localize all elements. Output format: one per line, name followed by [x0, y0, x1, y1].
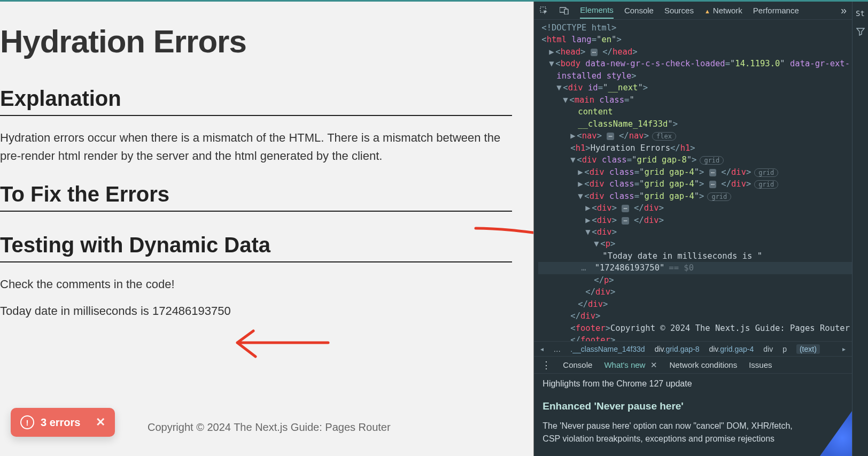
- filter-icon[interactable]: [856, 27, 865, 36]
- svg-rect-2: [564, 9, 568, 14]
- dom-node[interactable]: </div>: [538, 298, 852, 310]
- dom-node[interactable]: </div>: [538, 310, 852, 322]
- dom-node[interactable]: ▶<div class="grid gap-4"> ⋯ </div>grid: [538, 166, 852, 178]
- inspect-icon[interactable]: [539, 6, 549, 16]
- drawer-paragraph: The 'Never pause here' option can now "c…: [542, 420, 804, 445]
- dom-node[interactable]: </footer>: [538, 334, 852, 341]
- drawer-tab-close-icon[interactable]: ✕: [650, 360, 657, 370]
- dom-node[interactable]: ▶<div class="grid gap-4"> ⋯ </div>grid: [538, 178, 852, 190]
- dom-node[interactable]: ▶<div> ⋯ </div>: [538, 202, 852, 214]
- dom-node[interactable]: <html lang="en">: [538, 34, 852, 45]
- tab-elements[interactable]: Elements: [580, 2, 614, 19]
- today-value: 172486193750: [152, 304, 231, 318]
- drawer-tabs: ⋮ Console What's new ✕ Network condition…: [534, 356, 852, 373]
- error-count: 3 errors: [41, 416, 81, 429]
- crumb[interactable]: …: [553, 345, 561, 353]
- dom-node[interactable]: ▼<body data-new-gr-c-s-check-loaded="14.…: [538, 58, 852, 69]
- crumb[interactable]: div: [763, 345, 773, 353]
- error-icon: !: [20, 415, 34, 429]
- heading-fix: To Fix the Errors: [0, 169, 512, 212]
- drawer-tab-network[interactable]: Network conditions: [669, 360, 737, 369]
- styles-label[interactable]: St: [856, 5, 865, 22]
- more-tabs-icon[interactable]: »: [841, 4, 847, 17]
- crumb[interactable]: div.grid.gap-4: [709, 345, 754, 353]
- dom-node: content: [538, 106, 852, 118]
- device-icon[interactable]: [560, 6, 569, 16]
- tab-performance[interactable]: Performance: [753, 3, 799, 18]
- drawer-tab-whatsnew[interactable]: What's new: [604, 360, 645, 369]
- drawer-tab-console[interactable]: Console: [563, 360, 592, 369]
- dom-node[interactable]: </div>: [538, 286, 852, 298]
- dom-node[interactable]: ▼<main class=": [538, 94, 852, 106]
- dom-node[interactable]: <!DOCTYPE html>: [538, 22, 852, 34]
- paragraph-explanation: Hydration errors occur when there is a m…: [0, 125, 527, 169]
- dom-node: installed style>: [538, 70, 852, 82]
- devtools-logo: [820, 411, 852, 456]
- paragraph-check: Check the comments in the code!: [0, 271, 527, 298]
- drawer-tab-issues[interactable]: Issues: [749, 360, 772, 369]
- dom-node[interactable]: <h1>Hydration Errors</h1>: [538, 142, 852, 154]
- dom-text-node[interactable]: "Today date in milliseconds is ": [538, 250, 852, 262]
- drawer-body: Highlights from the Chrome 127 update En…: [534, 373, 852, 456]
- heading-explanation: Explanation: [0, 74, 512, 116]
- crumb-forward-icon[interactable]: ▸: [842, 345, 846, 353]
- crumb[interactable]: .__className_14f33d: [570, 345, 645, 353]
- crumb[interactable]: p: [782, 345, 787, 353]
- dom-tree[interactable]: <!DOCTYPE html> <html lang="en"> ▶<head>…: [534, 20, 852, 341]
- dom-node[interactable]: ▼<p>: [538, 238, 852, 250]
- dom-node[interactable]: ▶<head> ⋯ </head>: [538, 46, 852, 58]
- dom-node[interactable]: ▼<div class="grid gap-8">grid: [538, 154, 852, 166]
- dom-node: __className_14f33d">: [538, 118, 852, 130]
- drawer-menu-icon[interactable]: ⋮: [541, 359, 551, 371]
- tab-console[interactable]: Console: [624, 3, 654, 18]
- crumb[interactable]: div.grid.gap-8: [655, 345, 700, 353]
- drawer-highlights: Highlights from the Chrome 127 update: [542, 379, 843, 389]
- crumb-current[interactable]: (text): [796, 344, 820, 354]
- dom-node[interactable]: ▼<div class="grid gap-4">grid: [538, 190, 852, 202]
- close-icon[interactable]: ✕: [96, 415, 105, 429]
- page-viewport: Hydration Errors Explanation Hydration e…: [0, 2, 534, 456]
- today-label: Today date in milliseconds is: [0, 304, 152, 318]
- tab-sources[interactable]: Sources: [664, 3, 694, 18]
- dom-breadcrumbs[interactable]: ◂ … .__className_14f33d div.grid.gap-8 d…: [534, 341, 852, 356]
- dom-node[interactable]: <footer>Copyright © 2024 The Next.js Gui…: [538, 322, 852, 334]
- page-title: Hydration Errors: [0, 2, 527, 74]
- dom-node[interactable]: ▼<div>: [538, 226, 852, 238]
- dom-node[interactable]: </p>: [538, 274, 852, 286]
- paragraph-today: Today date in milliseconds is 1724861937…: [0, 298, 527, 324]
- heading-testing: Testing with Dynamic Data: [0, 220, 512, 262]
- footer-copyright: Copyright © 2024 The Next.js Guide: Page…: [148, 421, 391, 434]
- error-toast[interactable]: ! 3 errors ✕: [11, 408, 115, 437]
- dom-text-node-selected[interactable]: …"172486193750"== $0: [538, 262, 852, 274]
- devtools-tabs: Elements Console Sources Network Perform…: [534, 2, 852, 20]
- dom-node[interactable]: ▶<div> ⋯ </div>: [538, 214, 852, 226]
- dom-node[interactable]: ▼<div id="__next">: [538, 82, 852, 94]
- drawer-heading: Enhanced 'Never pause here': [542, 400, 843, 412]
- page-content: Hydration Errors Explanation Hydration e…: [0, 2, 527, 389]
- devtools-panel: Elements Console Sources Network Perform…: [534, 2, 868, 456]
- dom-node[interactable]: ▶<nav> ⋯ </nav>flex: [538, 130, 852, 142]
- crumb-back-icon[interactable]: ◂: [540, 345, 544, 353]
- tab-network[interactable]: Network: [704, 3, 742, 18]
- styles-side-panel[interactable]: St: [852, 2, 868, 456]
